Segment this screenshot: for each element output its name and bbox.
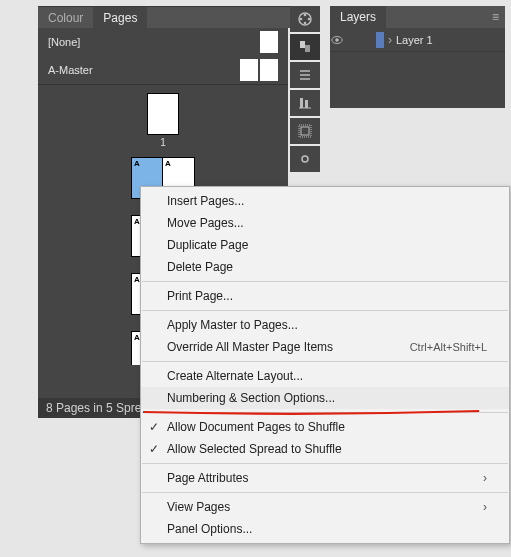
page-4-prefix: A xyxy=(134,217,140,226)
check-icon: ✓ xyxy=(149,420,159,434)
menu-override-shortcut: Ctrl+Alt+Shift+L xyxy=(410,341,487,353)
dock-pages-icon[interactable] xyxy=(290,34,320,60)
master-a-thumb xyxy=(238,59,278,81)
svg-rect-10 xyxy=(300,98,303,108)
menu-page-attributes[interactable]: Page Attributes › xyxy=(141,467,509,489)
svg-point-16 xyxy=(335,38,339,42)
svg-rect-5 xyxy=(300,41,305,48)
dock-align-icon[interactable] xyxy=(290,90,320,116)
menu-insert-pages[interactable]: Insert Pages... xyxy=(141,190,509,212)
menu-separator xyxy=(142,463,508,464)
spread-1[interactable]: 1 xyxy=(147,93,179,148)
menu-separator xyxy=(142,412,508,413)
page-8-prefix: A xyxy=(134,333,140,342)
master-pages-list: [None] A-Master xyxy=(38,28,288,85)
menu-allow-spread-shuffle[interactable]: ✓ Allow Selected Spread to Shuffle xyxy=(141,438,509,460)
dock-paragraph-icon[interactable] xyxy=(290,62,320,88)
svg-rect-6 xyxy=(305,45,310,52)
master-none-thumb xyxy=(260,31,278,53)
page-1-number: 1 xyxy=(160,137,166,148)
pages-panel-tabbar: Colour Pages ›› ≡ xyxy=(38,6,318,28)
menu-separator xyxy=(142,361,508,362)
svg-point-4 xyxy=(300,18,303,21)
menu-panel-options[interactable]: Panel Options... xyxy=(141,518,509,540)
svg-point-3 xyxy=(304,22,307,25)
menu-apply-master[interactable]: Apply Master to Pages... xyxy=(141,314,509,336)
master-a-label: A-Master xyxy=(48,64,238,76)
layer-visibility-icon[interactable] xyxy=(330,33,354,47)
menu-separator xyxy=(142,492,508,493)
layers-panel: › Layer 1 xyxy=(330,28,505,108)
submenu-arrow-icon: › xyxy=(483,500,487,514)
tab-pages[interactable]: Pages xyxy=(93,7,147,29)
svg-point-1 xyxy=(304,14,307,17)
layer-disclosure-icon[interactable]: › xyxy=(388,33,392,47)
tab-layers-label: Layers xyxy=(340,10,376,24)
menu-move-pages[interactable]: Move Pages... xyxy=(141,212,509,234)
dock-links-icon[interactable] xyxy=(290,146,320,172)
page-1-thumb[interactable] xyxy=(147,93,179,135)
svg-rect-11 xyxy=(305,100,308,108)
page-3-prefix: A xyxy=(165,159,171,168)
tab-colour[interactable]: Colour xyxy=(38,7,93,29)
menu-separator xyxy=(142,310,508,311)
menu-print-page[interactable]: Print Page... xyxy=(141,285,509,307)
tab-layers[interactable]: Layers xyxy=(330,6,386,28)
layer-1-name: Layer 1 xyxy=(396,34,433,46)
master-row-none[interactable]: [None] xyxy=(38,28,288,56)
menu-duplicate-page[interactable]: Duplicate Page xyxy=(141,234,509,256)
tab-pages-label: Pages xyxy=(103,11,137,25)
menu-override-master[interactable]: Override All Master Page Items Ctrl+Alt+… xyxy=(141,336,509,358)
dock-swatches-icon[interactable] xyxy=(290,6,320,32)
page-6-prefix: A xyxy=(134,275,140,284)
submenu-arrow-icon: › xyxy=(483,471,487,485)
panel-dock xyxy=(290,6,320,174)
layer-row-1[interactable]: › Layer 1 xyxy=(330,28,505,52)
svg-point-2 xyxy=(308,18,311,21)
menu-numbering-section-options[interactable]: Numbering & Section Options... xyxy=(141,387,509,409)
page-2-prefix: A xyxy=(134,159,140,168)
menu-allow-doc-shuffle[interactable]: ✓ Allow Document Pages to Shuffle xyxy=(141,416,509,438)
pages-context-menu: Insert Pages... Move Pages... Duplicate … xyxy=(140,186,510,544)
dock-wrap-icon[interactable] xyxy=(290,118,320,144)
master-none-label: [None] xyxy=(48,36,258,48)
svg-rect-13 xyxy=(301,127,309,135)
menu-create-alternate-layout[interactable]: Create Alternate Layout... xyxy=(141,365,509,387)
master-row-a[interactable]: A-Master xyxy=(38,56,288,84)
layers-panel-menu-icon[interactable]: ≡ xyxy=(492,10,499,24)
menu-view-pages[interactable]: View Pages › xyxy=(141,496,509,518)
check-icon: ✓ xyxy=(149,442,159,456)
menu-separator xyxy=(142,281,508,282)
layer-color-swatch xyxy=(376,32,384,48)
layers-panel-tabbar: Layers ≡ xyxy=(330,6,505,28)
menu-delete-page[interactable]: Delete Page xyxy=(141,256,509,278)
